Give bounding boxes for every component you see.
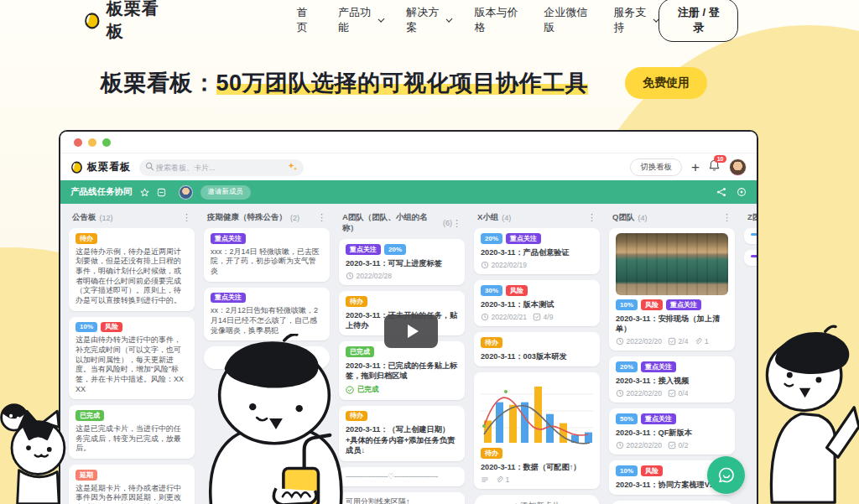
tag-row: 已完成 [346,346,458,357]
kanban-card[interactable]: 10%风险这是由待办转为进行中的事件，补充完成时间（可以文字，也可以加时间属性）… [69,317,195,400]
column-menu-button[interactable]: ⋮ [317,213,326,222]
nav-item-label: 服务支持 [613,5,650,35]
meta-clock: 2022/02/20 [616,337,662,346]
share-icon[interactable] [716,187,726,197]
kanban-card[interactable]: 已完成2020-3-11：已完成的任务贴上标签，拖到归档区域已完成 [339,341,465,399]
free-trial-button[interactable]: 免费使用 [625,67,707,99]
meta-clock: 2022/02/21 [481,313,527,321]
card-text: 这是已完成卡片，当进行中的任务完成后，转变为已完成，放最后。 [75,424,188,454]
column-menu-button[interactable]: ⋮ [587,213,596,222]
minimize-button[interactable] [88,138,96,147]
photo-card[interactable]: 10%风险重点关注2020-3-11：安排现场（加上清单）2022/02/202… [609,228,735,351]
nav-item-3[interactable]: 解决方案 [406,5,451,35]
card-meta: 2022/02/214/9 [481,313,593,321]
board-column: 公告板(12)⋮待办这是待办示例，待办是近两周计划要做，但是还没有排上日程的事件… [69,210,195,504]
kanban-card[interactable] [744,228,757,244]
tag-row: 待办 [346,411,458,422]
switch-board-button[interactable]: 切换看板 [630,158,682,176]
tag-row: 30%风险 [481,285,593,296]
column-menu-button[interactable]: ⋮ [722,213,731,222]
landing-page: 板栗看板 首页产品功能解决方案版本与价格企业微信版服务支持 注册 / 登录 板栗… [0,0,859,504]
kanban-card[interactable]: 待办2020-3-11：（写上创建日期）+具体的任务内容+添加任务负责成员↓ [339,406,465,461]
column-header: A团队（团队、小组的名称）(6)⋮ [339,210,465,239]
card-title: 2020-3-11：数据（可配图↑） [481,462,593,472]
card-text: 可用分割线来区隔↑ [346,497,458,504]
chat-button[interactable] [707,456,745,494]
column-title: 疫期健康（特殊公告） [207,212,287,223]
card-title: 2020-3-11：（写上创建日期）+具体的任务内容+添加任务负责成员↓ [346,424,458,455]
chat-bubble-icon [716,465,737,486]
add-board-button[interactable]: + [691,160,700,174]
column-menu-button[interactable]: ⋮ [182,213,191,222]
user-avatar[interactable] [729,158,747,176]
kanban-card[interactable]: 重点关注xx：2月12日告知有轻微咳嗽，2月14日已经不怎么咳了，自己感觉像咽炎… [204,288,330,341]
column-menu-button[interactable]: ⋮ [452,219,461,228]
tag-progress: 50% [616,413,638,424]
kanban-card[interactable]: 可用分割线来区隔↑ [339,492,465,504]
column-count: (4) [638,214,647,222]
kanban-card[interactable]: 重点关注xxx：2月14日 轻微咳嗽，已去医院，开了药，初步诊断为支气管炎 [204,228,330,282]
kanban-card[interactable]: 延期这是延期卡片，待办或者进行中事件因为各种原因延期，则更改为延期标签，补充预计… [69,465,195,504]
member-avatar[interactable] [179,185,193,200]
page-title: 板栗看板：50万团队选择的可视化项目协作工具 [101,68,588,98]
tag-progress: 10% [616,299,638,310]
attachment-icon [495,475,503,484]
tag-focus: 重点关注 [211,233,246,244]
register-login-button[interactable]: 注册 / 登录 [659,0,738,42]
kanban-card[interactable]: 已完成这是已完成卡片，当进行中的任务完成后，转变为已完成，放最后。 [69,405,195,459]
meta-check: 0/4 [668,389,688,397]
board-settings-icon[interactable] [737,187,747,197]
tag-delay: 延期 [75,470,97,481]
card-title: 2020-3-11：接入视频 [616,376,728,386]
card-text: 这是延期卡片，待办或者进行中事件因为各种原因延期，则更改为延期标签，补充预计延期… [75,484,188,504]
filter-icon[interactable] [157,188,166,197]
zoom-button[interactable] [102,138,111,147]
column-count: (6) [443,219,452,227]
meta-text: 1 [705,337,709,346]
column-header: 公告板(12)⋮ [69,210,195,228]
site-logo[interactable]: 板栗看板 [84,0,169,43]
star-icon[interactable] [140,188,149,197]
nav-item-5[interactable]: 企业微信版 [544,5,591,35]
kanban-card[interactable]: 50%重点关注2020-3-11：QF新版本2022/02/200/2 [609,408,735,455]
hero-section: 板栗看板：50万团队选择的可视化项目协作工具 免费使用 [101,67,707,99]
kanban-card[interactable]: 20%重点关注2020-3-11：产品创意验证2022/02/19 [474,228,600,274]
video-play-button[interactable] [384,314,438,348]
mini-chart-wrap [481,379,593,444]
kanban-card[interactable]: 待办2020-3-11：003版本研发 [474,332,600,366]
tag-done: 已完成 [346,346,374,357]
nav-item-6[interactable]: 服务支持 [613,5,659,35]
meta-clock: 2022/02/20 [616,389,662,397]
add-card-button[interactable]: + 添加新卡片 [609,501,735,504]
nav-item-label: 企业微信版 [544,5,591,35]
meta-clock: 2022/02/20 [616,441,662,449]
column-header: Q团队(4)⋮ [609,210,735,228]
nav-item-1[interactable]: 首页 [297,5,315,35]
chart-card[interactable]: 待办2020-3-11：数据（可配图↑）1 [474,372,600,489]
kanban-card[interactable]: 重点关注20%2020-3-11：可写上进度标签2022/02/28 [339,239,465,285]
tag-risk: 风险 [101,322,122,333]
card-title: 2020-3-11：已完成的任务贴上标签，拖到归档区域 [346,361,458,382]
kanban-card[interactable]: 待办这是待办示例，待办是近两周计划要做，但是还没有排上日程的事件，明确计划什么时… [69,228,195,311]
meta-text: 2022/02/20 [627,441,663,449]
kanban-card[interactable]: --------------------♡-------------------… [339,467,465,487]
close-button[interactable] [74,138,82,147]
tag-row: 待办 [346,296,458,307]
card-meta: 2022/02/200/2 [616,441,728,449]
add-card-button[interactable]: + 添加新卡片 [474,495,600,504]
kanban-card[interactable]: 30%风险2020-3-11：版本测试2022/02/214/9 [474,280,600,326]
board-bar-right [716,187,747,197]
nav-item-2[interactable]: 产品功能 [338,5,383,35]
meta-text: 2022/02/20 [627,337,663,346]
kanban-card[interactable]: 20%重点关注2020-3-11：接入视频2022/02/200/4 [609,356,735,403]
add-card-button[interactable]: + 添加新卡片 [204,346,330,369]
kanban-card[interactable] [744,250,757,266]
nav-item-4[interactable]: 版本与价格 [474,5,521,35]
column-title: 公告板 [72,212,96,223]
checklist-icon [668,337,676,346]
window-titlebar [60,132,757,153]
notifications-button[interactable]: 10 [709,159,720,174]
invite-member-button[interactable]: 邀请新成员 [200,185,252,200]
search-input[interactable] [139,159,304,176]
tag-focus: 重点关注 [506,233,541,244]
